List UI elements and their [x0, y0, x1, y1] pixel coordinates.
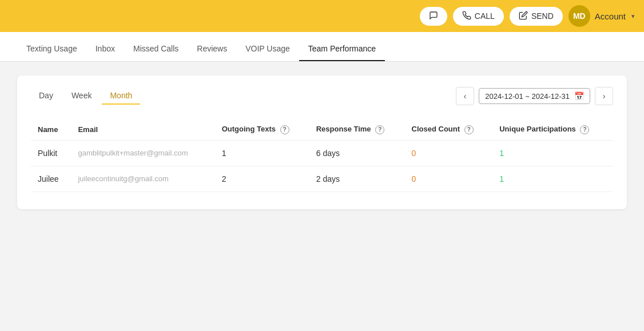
- call-label: CALL: [475, 11, 495, 21]
- cell-closed-count: 0: [405, 166, 493, 192]
- tab-voip-usage[interactable]: VOIP Usage: [236, 36, 299, 61]
- header: CALL SEND MD Account ▾: [0, 0, 644, 32]
- cell-name: Juilee: [31, 166, 71, 192]
- col-closed-count: Closed Count ?: [405, 119, 493, 140]
- tab-team-performance[interactable]: Team Performance: [299, 36, 385, 61]
- cell-outgoing-texts: 2: [215, 166, 309, 192]
- date-nav: ‹ 2024-12-01 ~ 2024-12-31 📅 ›: [456, 87, 613, 105]
- cell-name: Pulkit: [31, 140, 71, 166]
- week-tab[interactable]: Week: [63, 87, 100, 105]
- call-button[interactable]: CALL: [453, 7, 504, 26]
- prev-arrow-button[interactable]: ‹: [456, 87, 474, 105]
- tab-inbox[interactable]: Inbox: [86, 36, 124, 61]
- closed-count-help-icon[interactable]: ?: [464, 125, 474, 134]
- col-response-time: Response Time ?: [309, 119, 405, 140]
- period-tabs: Day Week Month: [31, 87, 140, 105]
- day-tab[interactable]: Day: [31, 87, 61, 105]
- pencil-icon: [519, 11, 528, 22]
- cell-response-time: 2 days: [309, 166, 405, 192]
- account-button[interactable]: MD Account ▾: [569, 5, 635, 27]
- cell-closed-count: 0: [405, 140, 493, 166]
- table-header-row: Name Email Outgoing Texts ? Response Tim…: [31, 119, 613, 140]
- chat-button[interactable]: [420, 7, 447, 26]
- tab-texting-usage[interactable]: Texting Usage: [17, 36, 86, 61]
- performance-table: Name Email Outgoing Texts ? Response Tim…: [31, 119, 613, 192]
- date-range-display: 2024-12-01 ~ 2024-12-31 📅: [479, 88, 590, 104]
- main-content: Day Week Month ‹ 2024-12-01 ~ 2024-12-31…: [0, 62, 644, 223]
- send-button[interactable]: SEND: [510, 7, 563, 26]
- cell-outgoing-texts: 1: [215, 140, 309, 166]
- cell-email: gamblitpulkit+master@gmail.com: [71, 140, 214, 166]
- avatar: MD: [569, 5, 590, 27]
- unique-participations-help-icon[interactable]: ?: [580, 125, 589, 134]
- team-performance-card: Day Week Month ‹ 2024-12-01 ~ 2024-12-31…: [17, 75, 627, 209]
- table-row: Pulkit gamblitpulkit+master@gmail.com 1 …: [31, 140, 613, 166]
- period-row: Day Week Month ‹ 2024-12-01 ~ 2024-12-31…: [31, 87, 613, 105]
- tab-reviews[interactable]: Reviews: [188, 36, 236, 61]
- cell-unique-participations: 1: [492, 166, 613, 192]
- col-unique-participations: Unique Participations ?: [492, 119, 613, 140]
- next-arrow-button[interactable]: ›: [595, 87, 613, 105]
- col-outgoing-texts: Outgoing Texts ?: [215, 119, 309, 140]
- response-time-help-icon[interactable]: ?: [375, 125, 384, 134]
- col-email: Email: [71, 119, 214, 140]
- send-label: SEND: [531, 11, 554, 21]
- chat-icon: [429, 11, 438, 22]
- month-tab[interactable]: Month: [102, 87, 140, 105]
- table-row: Juilee juileecontinuitg@gmail.com 2 2 da…: [31, 166, 613, 192]
- chevron-down-icon: ▾: [631, 13, 635, 20]
- cell-email: juileecontinuitg@gmail.com: [71, 166, 214, 192]
- phone-icon: [462, 11, 471, 22]
- cell-unique-participations: 1: [492, 140, 613, 166]
- account-label: Account: [595, 11, 626, 21]
- col-name: Name: [31, 119, 71, 140]
- outgoing-texts-help-icon[interactable]: ?: [280, 125, 289, 134]
- date-range-text: 2024-12-01 ~ 2024-12-31: [485, 92, 570, 101]
- calendar-icon: 📅: [574, 91, 584, 101]
- tab-missed-calls[interactable]: Missed Calls: [124, 36, 188, 61]
- nav-bar: Texting Usage Inbox Missed Calls Reviews…: [0, 32, 644, 62]
- cell-response-time: 6 days: [309, 140, 405, 166]
